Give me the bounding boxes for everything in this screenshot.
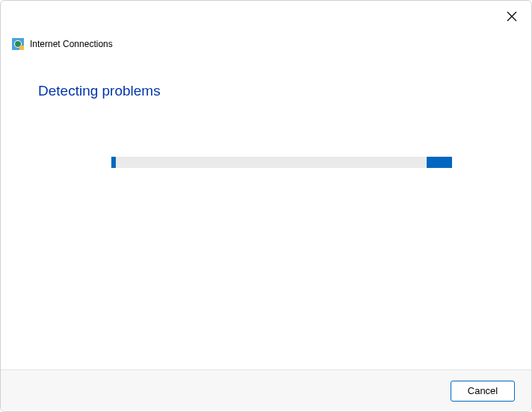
close-icon <box>507 11 517 24</box>
svg-rect-5 <box>19 46 24 50</box>
progress-segment <box>111 157 116 168</box>
progress-bar <box>111 157 452 168</box>
close-button[interactable] <box>503 8 521 26</box>
progress-segment <box>427 157 452 168</box>
page-heading: Detecting problems <box>38 83 161 99</box>
window-title: Internet Connections <box>30 39 113 49</box>
footer: Cancel <box>1 369 531 411</box>
internet-connections-icon <box>12 38 24 50</box>
cancel-button[interactable]: Cancel <box>451 381 515 402</box>
header: Internet Connections <box>12 38 113 50</box>
